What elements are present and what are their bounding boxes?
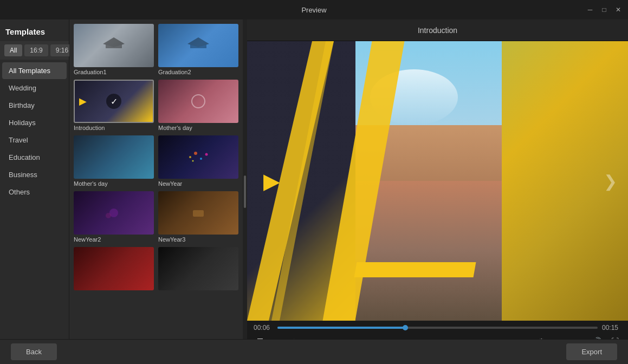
sidebar-item-education[interactable]: Education: [2, 149, 67, 166]
template-item-newyear3[interactable]: NewYear3: [158, 191, 238, 243]
svg-point-8: [205, 153, 208, 156]
template-label-newyear2: NewYear2: [74, 236, 154, 243]
template-label-introduction: Introduction: [74, 125, 154, 131]
svg-point-6: [194, 152, 197, 155]
template-item-newyear2[interactable]: NewYear2: [74, 191, 154, 243]
sidebar-item-wedding[interactable]: Wedding: [2, 80, 67, 96]
window-title: Preview: [301, 6, 326, 14]
scroll-handle: [244, 176, 246, 208]
sidebar-item-all-templates[interactable]: All Templates: [2, 62, 67, 79]
progress-thumb: [403, 325, 408, 330]
template-item-introduction[interactable]: ✓ ▶ Introduction: [74, 80, 154, 131]
preview-title-bar: Introduction: [247, 20, 628, 41]
scroll-divider: [243, 20, 247, 364]
preview-area: Introduction ▶: [247, 20, 628, 364]
sidebar-item-birthday[interactable]: Birthday: [2, 97, 67, 114]
filter-tab-16-9[interactable]: 16:9: [24, 44, 48, 56]
svg-point-11: [106, 213, 111, 218]
svg-rect-12: [193, 210, 204, 217]
play-arrow-icon: ▶: [263, 168, 280, 193]
template-label-mothers-day2: Mother's day: [74, 180, 154, 187]
template-item-graduation1[interactable]: Graduation1: [74, 24, 154, 75]
bottom-bar: Back Export: [0, 339, 628, 364]
template-grid: Graduation1 Graduation2 ✓ ▶ Introduction: [69, 20, 243, 364]
progress-bar[interactable]: [277, 327, 598, 329]
template-label-graduation2: Graduation2: [158, 69, 238, 75]
template-item-mothers-day1[interactable]: Mother's day: [158, 80, 238, 131]
template-label-mothers-day1: Mother's day: [158, 125, 238, 131]
sidebar-item-holidays[interactable]: Holidays: [2, 114, 67, 131]
template-label-graduation1: Graduation1: [74, 69, 154, 75]
template-label-newyear: NewYear: [158, 180, 238, 187]
filter-tabs: All 16:9 9:16: [0, 41, 69, 60]
svg-point-5: [189, 156, 191, 158]
sidebar-nav: All Templates Wedding Birthday Holidays …: [0, 60, 69, 364]
svg-point-7: [200, 158, 202, 160]
template-label-newyear3: NewYear3: [158, 236, 238, 243]
right-nav-arrow[interactable]: ❯: [604, 172, 617, 191]
sidebar-item-travel[interactable]: Travel: [2, 132, 67, 148]
template-item-graduation2[interactable]: Graduation2: [158, 24, 238, 75]
svg-point-4: [192, 95, 205, 108]
close-button[interactable]: ✕: [613, 4, 624, 15]
progress-bar-fill: [277, 327, 405, 329]
back-button[interactable]: Back: [11, 343, 57, 360]
export-button[interactable]: Export: [566, 343, 617, 360]
preview-title: Introduction: [418, 26, 457, 35]
preview-collage: ▶: [247, 41, 628, 321]
preview-canvas: ▶: [247, 41, 628, 321]
svg-point-9: [192, 160, 194, 162]
maximize-button[interactable]: □: [599, 4, 610, 15]
current-time: 00:06: [254, 324, 273, 332]
sidebar-header: Templates: [0, 20, 69, 41]
total-time: 00:15: [602, 324, 621, 332]
selected-check-overlay: ✓: [106, 94, 121, 109]
sidebar-item-others[interactable]: Others: [2, 184, 67, 200]
minimize-button[interactable]: ─: [585, 4, 595, 15]
template-item-9[interactable]: [74, 247, 154, 292]
main-layout: Templates All 16:9 9:16 All Templates We…: [0, 20, 628, 364]
sidebar: Templates All 16:9 9:16 All Templates We…: [0, 20, 69, 364]
title-bar: Preview ─ □ ✕: [0, 0, 628, 20]
bottom-yellow-bar: [354, 262, 476, 277]
window-controls: ─ □ ✕: [585, 4, 624, 15]
sidebar-item-business[interactable]: Business: [2, 166, 67, 183]
filter-tab-all[interactable]: All: [4, 44, 22, 56]
template-grid-container: Graduation1 Graduation2 ✓ ▶ Introduction: [69, 20, 243, 364]
template-item-newyear[interactable]: NewYear: [158, 135, 238, 187]
template-item-10[interactable]: [158, 247, 238, 292]
template-item-mothers-day2[interactable]: Mother's day: [74, 135, 154, 187]
progress-row: 00:06 00:15: [254, 324, 621, 332]
